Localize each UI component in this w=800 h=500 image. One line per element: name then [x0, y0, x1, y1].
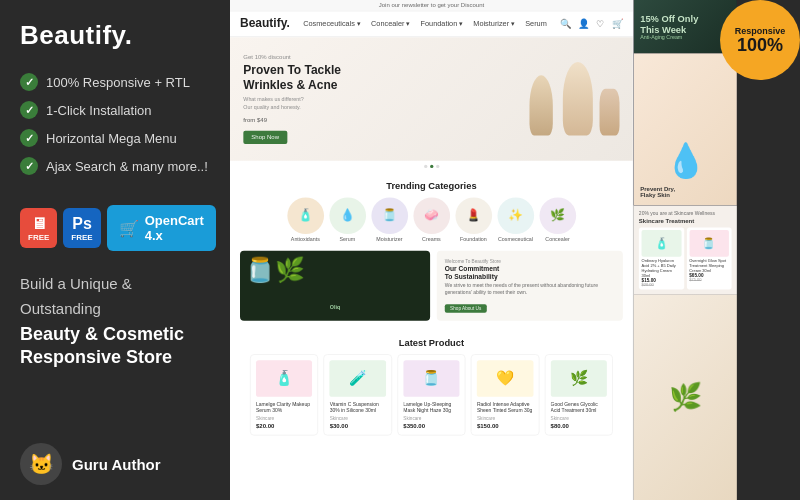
- sust-left: 🫙🌿 Oliq: [240, 251, 430, 321]
- right-panels: 15% Off OnlyThis Week Anti-Aging Cream 💧…: [634, 0, 737, 500]
- badge-ps-icon: Ps: [72, 214, 92, 233]
- nav-link[interactable]: Serum: [525, 19, 547, 28]
- mini-product-img: 🧴: [642, 230, 682, 257]
- mini-product-2[interactable]: 🫙 Overnight Glow Spot Treatment Sleeping…: [687, 228, 732, 290]
- serum-emoji: 💧: [640, 141, 730, 180]
- category-concealer[interactable]: 🌿 Concealer: [539, 197, 576, 242]
- product-brand: Skincare: [256, 416, 312, 421]
- mini-product-name: Overnight Glow Spot Treatment Sleeping C…: [689, 259, 729, 273]
- trending-title: Trending Categories: [240, 180, 623, 191]
- feature-item: 100% Responsive + RTL: [20, 73, 210, 91]
- tech-badges: 🖥 FREE Ps FREE 🛒 OpenCart 4.x: [20, 205, 210, 251]
- product-price: $20.00: [256, 423, 312, 430]
- store-preview: Join our newsletter to get your Discount…: [230, 0, 737, 500]
- category-label: Creams: [422, 236, 441, 242]
- badge-photoshop: 🖥 FREE: [20, 208, 57, 249]
- author-avatar: 🐱: [20, 443, 62, 485]
- responsive-badge: Responsive 100%: [720, 0, 800, 80]
- sustainability-section: 🫙🌿 Oliq Welcome To Beautify Store Our Co…: [230, 251, 633, 329]
- category-label: Moisturizer: [376, 236, 402, 242]
- sust-text: We strive to meet the needs of the prese…: [445, 283, 615, 297]
- sust-btn[interactable]: Shop About Us: [445, 304, 487, 313]
- feature-label: 100% Responsive + RTL: [46, 75, 190, 90]
- features-list: 100% Responsive + RTL 1-Click Installati…: [20, 73, 210, 185]
- mini-product-old-price: $20.00: [642, 283, 682, 287]
- feature-item: Ajax Search & many more..!: [20, 157, 210, 175]
- product-price: $350.00: [403, 423, 459, 430]
- product-card-4[interactable]: 💛 Radiol Intense Adaptive Sheen Tinted S…: [471, 354, 539, 435]
- author-section: 🐱 Guru Author: [20, 433, 210, 485]
- sidebar-description: Build a Unique & Outstanding Beauty & Co…: [20, 273, 210, 433]
- mini-product-1[interactable]: 🧴 Ordinary Hyaluron Acid 2% + B5 Daily H…: [639, 228, 684, 290]
- slide-dot[interactable]: [424, 164, 427, 167]
- category-label: Concealer: [545, 236, 569, 242]
- product-name: Lamelge Clarity Makeup Serum 30%: [256, 401, 312, 414]
- responsive-percent: 100%: [737, 36, 783, 54]
- products-grid: 🧴 Lamelge Clarity Makeup Serum 30% Skinc…: [240, 354, 623, 435]
- panel-serum: 💧 Prevent Dry,Flaky Skin: [634, 53, 737, 205]
- opencart-label: OpenCart 4.x: [145, 213, 204, 243]
- preview-inner: Join our newsletter to get your Discount…: [230, 0, 737, 500]
- panel-products-row: 🧴 Ordinary Hyaluron Acid 2% + B5 Daily H…: [639, 228, 732, 290]
- search-icon[interactable]: 🔍: [560, 18, 571, 29]
- product-brand: Skincare: [330, 416, 386, 421]
- slide-dot[interactable]: [436, 164, 439, 167]
- user-icon[interactable]: 👤: [578, 18, 589, 29]
- cart-icon: 🛒: [119, 219, 139, 238]
- offer-percent: 15% Off OnlyThis Week: [640, 13, 730, 34]
- sust-badge: Welcome To Beautify Store: [445, 259, 615, 264]
- nav-link[interactable]: Moisturizer ▾: [473, 19, 515, 28]
- category-img: ✨: [497, 197, 534, 234]
- check-icon: [20, 129, 38, 147]
- hero-products: [529, 62, 619, 135]
- product-img: 🌿: [551, 360, 607, 397]
- sidebar-title: Beautify.: [20, 20, 210, 51]
- hero-banner: Get 10% discount Proven To TackleWrinkle…: [230, 37, 633, 160]
- product-card-2[interactable]: 🧪 Vitamin C Suspension 30% in Silicone 3…: [324, 354, 392, 435]
- nav-link[interactable]: Cosmeceuticals ▾: [303, 19, 361, 28]
- badge-red-icon: 🖥: [31, 214, 47, 233]
- category-antioxidants[interactable]: 🧴 Antioxidants: [287, 197, 324, 242]
- mini-product-old-price: $75.00: [689, 278, 729, 282]
- cart-icon[interactable]: 🛒: [612, 18, 623, 29]
- category-serum[interactable]: 💧 Serum: [329, 197, 366, 242]
- author-name: Guru Author: [72, 456, 161, 473]
- category-img: 💧: [329, 197, 366, 234]
- sust-bottles-emoji: 🫙🌿: [245, 256, 305, 284]
- category-foundation[interactable]: 💄 Foundation: [455, 197, 492, 242]
- nav-link[interactable]: Foundation ▾: [421, 19, 464, 28]
- product-brand: Skincare: [477, 416, 533, 421]
- extra-emoji: 🌿: [669, 382, 702, 413]
- hero-product-bottle-2: [563, 62, 593, 135]
- category-cosmeceutical[interactable]: ✨ Cosmeceutical: [497, 197, 534, 242]
- hero-shop-button[interactable]: Shop Now: [243, 130, 287, 143]
- category-label: Foundation: [460, 236, 487, 242]
- desc-build-line2: Outstanding: [20, 298, 210, 319]
- category-creams[interactable]: 🧼 Creams: [413, 197, 450, 242]
- product-price: $30.00: [330, 423, 386, 430]
- check-icon: [20, 157, 38, 175]
- category-label: Cosmeceutical: [498, 236, 533, 242]
- product-card-1[interactable]: 🧴 Lamelge Clarity Makeup Serum 30% Skinc…: [250, 354, 318, 435]
- hero-price: from $49: [243, 116, 341, 123]
- store-nav-links: Cosmeceuticals ▾ Concealer ▾ Foundation …: [303, 19, 547, 28]
- slide-dot-active[interactable]: [430, 164, 433, 167]
- hero-product-bottle-1: [529, 76, 552, 136]
- mini-product-img: 🫙: [689, 230, 729, 257]
- sust-title: Our CommitmentTo Sustainability: [445, 265, 615, 280]
- product-card-5[interactable]: 🌿 Good Genes Glycolic Acid Treatment 30m…: [545, 354, 613, 435]
- offer-sub: Anti-Aging Cream: [640, 34, 730, 40]
- category-img: 🧼: [413, 197, 450, 234]
- category-label: Antioxidants: [291, 236, 320, 242]
- wishlist-icon[interactable]: ♡: [596, 18, 605, 29]
- product-price: $150.00: [477, 423, 533, 430]
- badge-red-label: FREE: [28, 233, 49, 243]
- category-moisturizer[interactable]: 🫙 Moisturizer: [371, 197, 408, 242]
- badge-ps: Ps FREE: [63, 208, 100, 249]
- product-card-3[interactable]: 🫙 Lamelge Up-Sleeping Mask Night Haze 30…: [397, 354, 465, 435]
- sust-right: Welcome To Beautify Store Our Commitment…: [437, 251, 623, 321]
- trending-categories-section: Trending Categories 🧴 Antioxidants 💧 Ser…: [230, 172, 633, 251]
- opencart-badge[interactable]: 🛒 OpenCart 4.x: [107, 205, 216, 251]
- nav-link[interactable]: Concealer ▾: [371, 19, 410, 28]
- product-img: 🧪: [330, 360, 386, 397]
